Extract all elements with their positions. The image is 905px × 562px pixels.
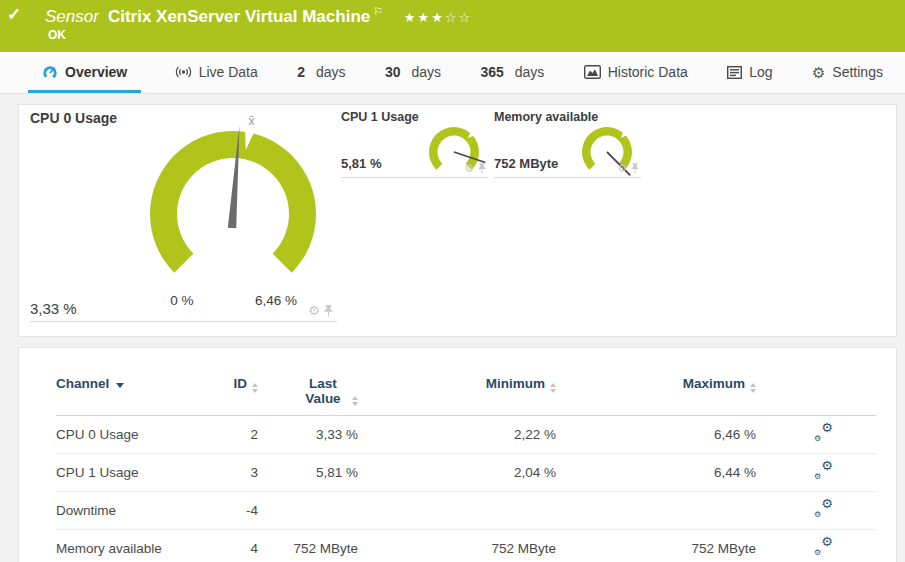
- panel-gear-icon[interactable]: ⚙: [617, 163, 627, 174]
- channel-minimum: [358, 492, 556, 530]
- stars-filled: ★★★: [404, 10, 445, 25]
- status-check-icon: ✓: [7, 4, 21, 25]
- tab-historic-data[interactable]: Historic Data: [578, 52, 694, 93]
- tab-log[interactable]: Log: [721, 52, 778, 93]
- pin-icon[interactable]: [324, 305, 333, 317]
- edit-channel-gears-icon[interactable]: ⚙⚙: [814, 425, 834, 441]
- sensor-title: Citrix XenServer Virtual Machine: [108, 7, 370, 26]
- channel-maximum: 6,46 %: [556, 416, 756, 454]
- edit-channel-gears-icon[interactable]: ⚙⚙: [814, 539, 834, 555]
- table-row[interactable]: Downtime -4 ⚙⚙: [56, 492, 876, 530]
- gauge-scale-max: 6,46 %: [241, 293, 311, 308]
- channel-maximum: 752 MByte: [556, 530, 756, 562]
- channel-id: 2: [226, 416, 258, 454]
- channel-last-value: [258, 492, 358, 530]
- tab-30-days[interactable]: 30 days: [379, 52, 447, 93]
- channel-maximum: [556, 492, 756, 530]
- gear-icon: ⚙: [812, 65, 825, 80]
- gauge-scale-min: 0 %: [162, 293, 202, 308]
- gauge-value-cpu1: 5,81 %: [341, 156, 381, 171]
- column-header-id[interactable]: ID: [226, 376, 258, 416]
- channel-maximum: 6,44 %: [556, 454, 756, 492]
- column-header-minimum[interactable]: Minimum: [358, 376, 556, 416]
- column-header-channel[interactable]: Channel: [56, 376, 226, 416]
- channel-name: CPU 0 Usage: [56, 416, 226, 454]
- tab-bar: Overview Live Data 2 days 30 days 365 da…: [0, 52, 905, 94]
- broadcast-icon: [175, 65, 192, 79]
- flag-icon: ⚐: [373, 5, 383, 17]
- tab-2-days[interactable]: 2 days: [291, 52, 351, 93]
- log-icon: [727, 66, 742, 79]
- gauge-panel-cpu0: CPU 0 Usage x̄ 0 % 6,46 % 3,33 % ⚙: [30, 110, 337, 322]
- sort-icon: [352, 396, 358, 406]
- table-row[interactable]: Memory available 4 752 MByte 752 MByte 7…: [56, 530, 876, 562]
- table-row[interactable]: CPU 0 Usage 2 3,33 % 2,22 % 6,46 % ⚙⚙: [56, 416, 876, 454]
- edit-channel-gears-icon[interactable]: ⚙⚙: [814, 463, 834, 479]
- column-header-last-value[interactable]: Last Value: [258, 376, 358, 416]
- column-header-maximum[interactable]: Maximum: [556, 376, 756, 416]
- panel-gear-icon[interactable]: ⚙: [464, 163, 474, 174]
- stars-empty: ☆☆: [445, 10, 472, 25]
- channel-id: 3: [226, 454, 258, 492]
- gauge-value-memory: 752 MByte: [494, 156, 558, 171]
- area-chart-icon: [584, 65, 601, 79]
- priority-stars[interactable]: ★★★☆☆: [404, 10, 472, 25]
- gauge-panel-cpu1: CPU 1 Usage 5,81 % ⚙: [341, 110, 488, 178]
- channel-id: -4: [226, 492, 258, 530]
- tab-365-days[interactable]: 365 days: [474, 52, 550, 93]
- gauge-title-cpu1: CPU 1 Usage: [341, 110, 419, 124]
- gauge-cpu0-svg: x̄: [138, 114, 328, 284]
- gauge-title-cpu0: CPU 0 Usage: [30, 110, 117, 126]
- status-badge: OK: [48, 28, 66, 42]
- channel-name: Memory available: [56, 530, 226, 562]
- sort-icon: [252, 383, 258, 393]
- channel-name: Downtime: [56, 492, 226, 530]
- svg-text:x̄: x̄: [249, 114, 255, 128]
- column-header-actions: [756, 376, 876, 416]
- sort-icon: [750, 383, 756, 393]
- gauge-icon: [42, 65, 58, 80]
- gauge-value-cpu0: 3,33 %: [30, 300, 77, 317]
- channel-minimum: 752 MByte: [358, 530, 556, 562]
- channel-minimum: 2,22 %: [358, 416, 556, 454]
- channel-id: 4: [226, 530, 258, 562]
- channel-last-value: 5,81 %: [258, 454, 358, 492]
- tab-live-data[interactable]: Live Data: [169, 52, 264, 93]
- pin-icon[interactable]: [631, 163, 639, 174]
- sensor-kind-label: Sensor: [45, 7, 99, 26]
- panel-gear-icon[interactable]: ⚙: [308, 304, 320, 317]
- channel-name: CPU 1 Usage: [56, 454, 226, 492]
- edit-channel-gears-icon[interactable]: ⚙⚙: [814, 501, 834, 517]
- tab-overview[interactable]: Overview: [28, 52, 141, 93]
- sort-icon: [550, 383, 556, 393]
- channel-minimum: 2,04 %: [358, 454, 556, 492]
- channel-last-value: 752 MByte: [258, 530, 358, 562]
- channel-table: Channel ID Last Value Minimum Maximum CP…: [56, 376, 876, 562]
- chevron-down-icon: [116, 383, 124, 388]
- gauges-card: CPU 0 Usage x̄ 0 % 6,46 % 3,33 % ⚙ CPU 1…: [18, 104, 897, 337]
- pin-icon[interactable]: [478, 163, 486, 174]
- tab-settings[interactable]: ⚙ Settings: [806, 52, 889, 93]
- sensor-status-bar: ✓ SensorCitrix XenServer Virtual Machine…: [0, 0, 905, 52]
- channel-last-value: 3,33 %: [258, 416, 358, 454]
- channels-card: Channel ID Last Value Minimum Maximum CP…: [18, 347, 897, 562]
- table-row[interactable]: CPU 1 Usage 3 5,81 % 2,04 % 6,44 % ⚙⚙: [56, 454, 876, 492]
- table-header-row: Channel ID Last Value Minimum Maximum: [56, 376, 876, 416]
- gauge-panel-memory: Memory available 752 MByte ⚙: [494, 110, 641, 178]
